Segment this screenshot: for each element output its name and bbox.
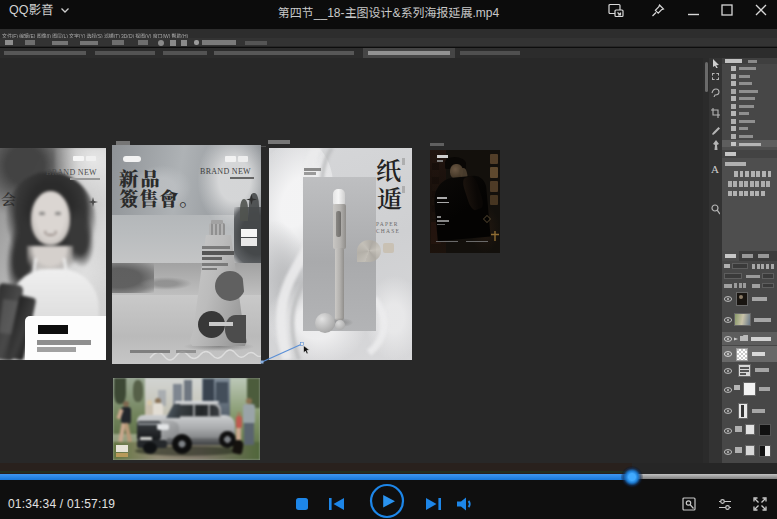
svg-text:A: A [711, 163, 719, 175]
